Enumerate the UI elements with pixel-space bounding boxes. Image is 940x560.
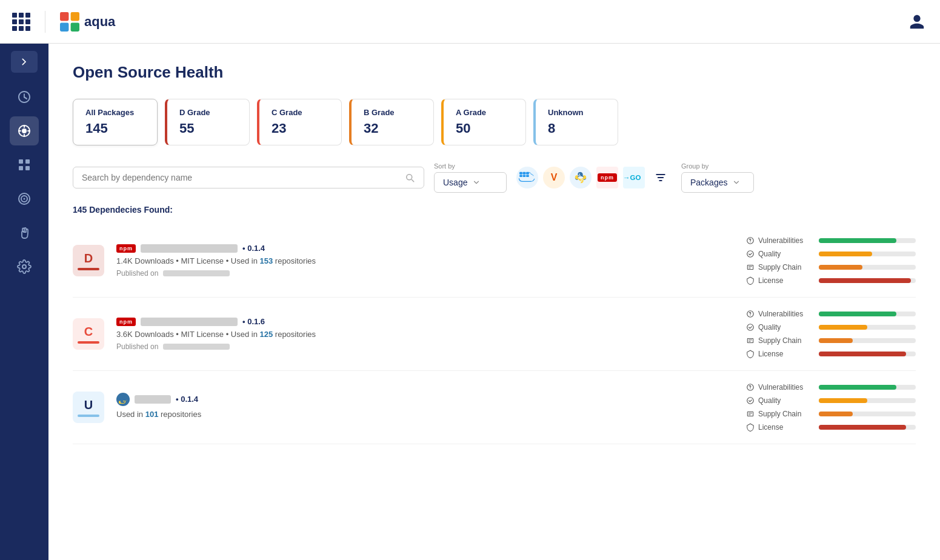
sidebar-item-dashboard[interactable] (10, 82, 39, 112)
grade-card-unknown[interactable]: Unknown 8 (533, 99, 618, 145)
svg-rect-8 (19, 166, 23, 170)
svg-rect-6 (19, 159, 23, 164)
vuln-bar-bg (819, 385, 916, 390)
npm-badge-2: npm (116, 318, 136, 326)
dep-info-3: • 0.1.4 Used in 101 repositories (116, 393, 734, 422)
sidebar-toggle-button[interactable] (11, 51, 38, 73)
score-row: Quality (746, 396, 916, 405)
score-bars-2: Vulnerabilities Quality (746, 310, 916, 358)
app-body: Open Source Health All Packages 145 D Gr… (0, 44, 940, 560)
grade-card-b-value: 32 (364, 121, 421, 136)
npm-badge-1: npm (116, 244, 136, 253)
score-row: Vulnerabilities (746, 383, 916, 392)
search-input[interactable] (82, 173, 404, 182)
svg-rect-9 (25, 166, 30, 170)
dep-info-1: npm • 0.1.4 1.4K Downloads • MIT License… (116, 244, 734, 278)
grade-bar (78, 341, 99, 344)
grade-card-a-value: 50 (456, 121, 513, 136)
maven-icon[interactable]: V (543, 167, 565, 188)
main-content: Open Source Health All Packages 145 D Gr… (48, 44, 940, 560)
apps-grid-icon[interactable] (12, 13, 30, 31)
dep-meta-3: Used in 101 repositories (116, 410, 734, 419)
quality-bar-fill (819, 398, 867, 403)
group-group: Group by Packages (681, 162, 754, 193)
svg-text:→GO: →GO (623, 174, 641, 181)
grade-card-b[interactable]: B Grade 32 (349, 99, 434, 145)
svg-point-22 (747, 251, 754, 258)
sidebar-item-osh[interactable] (10, 116, 39, 145)
results-header: 145 Dependecies Found: (73, 205, 916, 215)
filter-button[interactable] (650, 167, 672, 188)
dep-version-1: • 0.1.4 (242, 244, 265, 253)
supply-label: Supply Chain (746, 336, 813, 345)
chevron-down-icon (732, 178, 741, 187)
svg-point-25 (747, 324, 754, 331)
sidebar-item-apps[interactable] (10, 150, 39, 179)
docker-icon[interactable] (516, 167, 538, 188)
dep-info-top-3: • 0.1.4 (116, 393, 734, 406)
list-item: U • 0.1.4 U (73, 371, 916, 444)
score-row: License (746, 423, 916, 432)
sort-dropdown[interactable]: Usage (434, 172, 507, 193)
svg-rect-7 (25, 159, 30, 164)
score-bars-1: Vulnerabilities Quality (746, 236, 916, 285)
vuln-bar-bg (819, 312, 916, 316)
svg-rect-14 (523, 172, 526, 175)
search-box[interactable] (73, 167, 424, 188)
quality-bar-fill (819, 325, 867, 330)
svg-rect-16 (523, 175, 526, 177)
sidebar-item-risks[interactable] (10, 184, 39, 213)
grade-bar (78, 268, 99, 270)
license-label: License (746, 350, 813, 358)
score-bars-3: Vulnerabilities Quality (746, 383, 916, 432)
score-row: Supply Chain (746, 336, 916, 345)
quality-bar-fill (819, 252, 872, 256)
sidebar-item-settings[interactable] (10, 252, 39, 281)
dep-meta-2: 3.6K Downloads • MIT License • Used in 1… (116, 330, 734, 339)
grade-card-b-label: B Grade (364, 108, 421, 117)
vuln-bar-fill (819, 312, 896, 316)
logo: aqua (60, 12, 115, 32)
grade-cards: All Packages 145 D Grade 55 C Grade 23 B… (73, 99, 916, 145)
svg-rect-13 (519, 172, 522, 175)
vuln-label: Vulnerabilities (746, 236, 813, 245)
dep-published-blur-1 (163, 270, 230, 276)
python-icon[interactable] (570, 167, 592, 188)
sort-group-wrapper: Sort by Usage (434, 162, 507, 193)
score-row: License (746, 276, 916, 285)
chevron-down-icon (472, 178, 481, 187)
sidebar-item-policies[interactable] (10, 218, 39, 247)
vuln-label: Vulnerabilities (746, 310, 813, 318)
dep-name-blur-1 (141, 244, 238, 253)
score-row: Vulnerabilities (746, 236, 916, 245)
license-bar-fill (819, 425, 906, 430)
npm-icon[interactable]: npm (596, 167, 618, 188)
grade-card-d-value: 55 (179, 121, 237, 136)
score-row: Quality (746, 250, 916, 258)
license-bar-fill (819, 278, 911, 283)
user-profile-button[interactable] (906, 11, 928, 33)
grade-badge-d: D (73, 245, 104, 276)
dep-meta-1: 1.4K Downloads • MIT License • Used in 1… (116, 256, 734, 265)
nav-left: aqua (12, 11, 115, 33)
quality-bar-bg (819, 398, 916, 403)
grade-card-d[interactable]: D Grade 55 (165, 99, 250, 145)
dep-name-blur-2 (141, 318, 238, 326)
dep-published-2: Published on (116, 342, 734, 351)
score-row: License (746, 350, 916, 358)
group-dropdown[interactable]: Packages (681, 172, 754, 193)
go-icon[interactable]: →GO (623, 167, 645, 188)
dep-published-1: Published on (116, 269, 734, 278)
grade-card-a[interactable]: A Grade 50 (441, 99, 526, 145)
supply-label: Supply Chain (746, 410, 813, 418)
grade-card-c-value: 23 (272, 121, 329, 136)
quality-label: Quality (746, 323, 813, 332)
grade-card-c[interactable]: C Grade 23 (257, 99, 342, 145)
license-bar-bg (819, 352, 916, 356)
grade-card-all[interactable]: All Packages 145 (73, 99, 158, 145)
supply-bar-bg (819, 338, 916, 343)
grade-card-unknown-label: Unknown (548, 108, 605, 117)
quality-bar-bg (819, 252, 916, 256)
supply-bar-bg (819, 412, 916, 416)
grade-badge-c: C (73, 318, 104, 350)
